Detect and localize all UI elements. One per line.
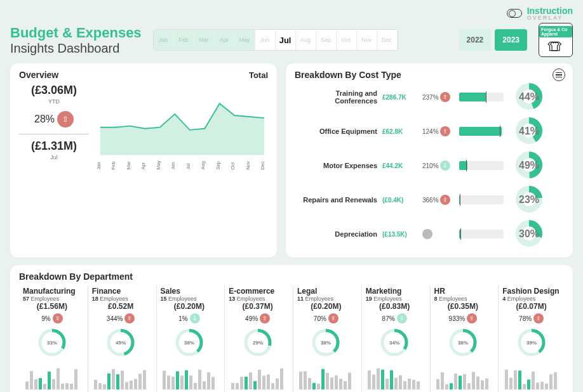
dept-name: Legal [297, 287, 355, 296]
month-oct[interactable]: Oct [337, 30, 357, 50]
year-2023[interactable]: 2023 [495, 29, 527, 51]
svg-rect-121 [441, 372, 444, 389]
year-selector[interactable]: 20222023 [459, 29, 527, 51]
dept-employees: 18 Employees [92, 296, 150, 302]
cost-amount: (£0.4K) [382, 197, 417, 204]
svg-text:Apr: Apr [140, 162, 146, 169]
arrow-up-icon: ⇧ [533, 313, 544, 323]
svg-rect-45 [94, 380, 97, 389]
toggle-overlay[interactable] [507, 9, 522, 18]
svg-text:45%: 45% [116, 340, 126, 346]
month-jan[interactable]: Jan [154, 30, 174, 50]
year-2022[interactable]: 2022 [459, 29, 492, 51]
svg-text:Nov: Nov [245, 161, 251, 170]
svg-rect-136 [509, 378, 513, 389]
svg-rect-120 [436, 379, 439, 389]
svg-rect-112 [399, 376, 402, 389]
cost-name: Depreciation [295, 230, 377, 238]
svg-rect-123 [450, 383, 453, 389]
cost-ring: 41% [515, 117, 534, 146]
svg-rect-84 [271, 383, 274, 389]
arrow-up-icon: ⇧ [440, 195, 450, 205]
brand-logo: InstructionOVERLAY [527, 6, 573, 21]
month-may[interactable]: May [235, 30, 255, 50]
header: Budget & Expenses Insights Dashboard Jan… [10, 23, 573, 57]
svg-rect-46 [98, 383, 102, 389]
svg-rect-48 [107, 374, 111, 389]
svg-rect-69 [203, 381, 206, 389]
svg-rect-67 [194, 383, 197, 389]
dept-card: Finance18 Employees£0.52M344% ⇧45% [88, 285, 154, 392]
svg-rect-61 [167, 376, 170, 389]
svg-rect-126 [463, 374, 466, 389]
svg-rect-101 [348, 372, 351, 389]
svg-text:38%: 38% [321, 340, 331, 346]
cost-amount: £286.7K [382, 94, 417, 101]
month-sep[interactable]: Sep [316, 30, 337, 50]
svg-text:Dec: Dec [260, 161, 265, 170]
svg-rect-60 [163, 370, 166, 389]
cost-pct: 124% ⇧ [422, 126, 454, 136]
svg-text:Feb: Feb [111, 161, 116, 169]
cost-bar [459, 195, 504, 204]
svg-text:44%: 44% [519, 91, 539, 102]
month-jun[interactable]: Jun [255, 30, 276, 50]
svg-rect-53 [130, 381, 133, 389]
dept-value: (£0.20M) [161, 302, 218, 311]
arrow-down-icon: ⇩ [440, 160, 450, 171]
arrow-down-icon: ⇩ [397, 313, 407, 323]
svg-rect-91 [304, 371, 307, 389]
dept-sparkline [231, 364, 285, 392]
arrow-up-icon: ⇧ [440, 92, 450, 102]
svg-rect-137 [514, 370, 517, 389]
svg-rect-114 [408, 379, 411, 389]
month-selector[interactable]: JanFebMarAprMayJunJulAugSepOctNovDec [153, 29, 398, 51]
svg-rect-109 [385, 379, 389, 389]
svg-rect-130 [481, 381, 484, 389]
svg-rect-140 [527, 379, 530, 389]
svg-rect-36 [52, 379, 55, 389]
dept-card: Marketing19 Employees(£0.83M)87% ⇩34% [361, 285, 427, 392]
dept-pct: 344% ⇧ [92, 313, 150, 323]
svg-rect-47 [103, 384, 106, 389]
svg-rect-142 [536, 382, 539, 389]
dept-employees: 11 Employees [297, 296, 355, 302]
hamburger-icon[interactable] [553, 69, 565, 81]
month-label: Jul [19, 154, 89, 160]
month-mar[interactable]: Mar [194, 30, 215, 50]
arrow-up-icon: ⇧ [57, 111, 74, 127]
svg-rect-50 [116, 374, 119, 389]
cost-ring: 49% [515, 151, 534, 180]
cost-amount: £62.8K [382, 128, 417, 135]
svg-rect-54 [134, 379, 137, 389]
arrow-up-icon: ⇧ [440, 126, 450, 136]
month-jul[interactable]: Jul [276, 30, 296, 50]
svg-rect-64 [180, 376, 184, 389]
dept-card: Manufacturing57 Employees(£1.56M)9% ⇧33% [19, 285, 85, 392]
dept-employees: 57 Employees [23, 296, 81, 302]
svg-rect-141 [532, 372, 535, 389]
svg-rect-113 [403, 381, 406, 389]
dept-name: E-commerce [229, 287, 286, 296]
svg-text:49%: 49% [519, 160, 539, 171]
svg-rect-125 [459, 376, 462, 389]
month-nov[interactable]: Nov [357, 30, 377, 50]
svg-rect-122 [445, 384, 448, 389]
svg-rect-51 [121, 370, 124, 389]
cost-bar [459, 230, 504, 238]
svg-rect-116 [417, 381, 420, 389]
overview-card: Overview Total (£3.06M) YTD 28% ⇧ (£1.31… [10, 63, 277, 258]
month-feb[interactable]: Feb [174, 30, 194, 50]
svg-rect-99 [339, 379, 342, 389]
svg-rect-65 [185, 370, 188, 389]
svg-text:Oct: Oct [230, 162, 236, 170]
cost-bar [459, 127, 504, 136]
month-apr[interactable]: Apr [215, 30, 235, 50]
svg-rect-139 [523, 384, 526, 389]
svg-rect-49 [112, 369, 115, 389]
svg-text:Jun: Jun [170, 162, 176, 169]
svg-rect-129 [476, 377, 479, 389]
month-dec[interactable]: Dec [377, 30, 398, 50]
month-aug[interactable]: Aug [296, 30, 316, 50]
cost-pct: 210% ⇩ [422, 160, 454, 171]
